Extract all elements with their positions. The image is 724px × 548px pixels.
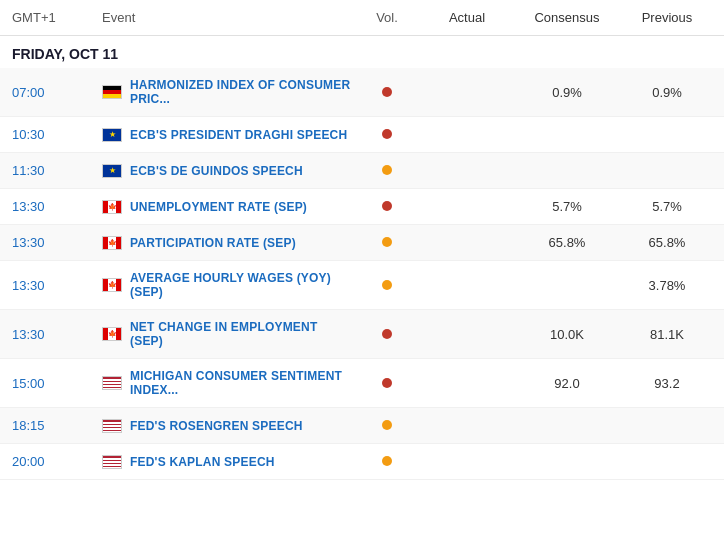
event-cell: FED'S KAPLAN SPEECH <box>102 455 352 469</box>
vol-cell <box>352 163 422 178</box>
flag-us <box>102 376 122 390</box>
flag-ca: 🍁 <box>102 278 122 292</box>
events-container: 07:00HARMONIZED INDEX OF CONSUMER PRIC..… <box>0 68 724 480</box>
table-row: 13:30🍁UNEMPLOYMENT RATE (SEP)5.7%5.7% <box>0 189 724 225</box>
event-name[interactable]: FED'S KAPLAN SPEECH <box>130 455 275 469</box>
event-name[interactable]: AVERAGE HOURLY WAGES (YOY) (SEP) <box>130 271 352 299</box>
event-time: 13:30 <box>12 327 102 342</box>
vol-dot <box>382 129 392 139</box>
vol-cell <box>352 235 422 250</box>
vol-dot <box>382 456 392 466</box>
vol-dot <box>382 420 392 430</box>
event-time: 10:30 <box>12 127 102 142</box>
consensus-cell: 0.9% <box>512 85 622 100</box>
event-time: 11:30 <box>12 163 102 178</box>
vol-dot <box>382 237 392 247</box>
vol-cell <box>352 418 422 433</box>
consensus-cell: 65.8% <box>512 235 622 250</box>
vol-cell <box>352 199 422 214</box>
table-row: 13:30🍁PARTICIPATION RATE (SEP)65.8%65.8% <box>0 225 724 261</box>
flag-us <box>102 455 122 469</box>
consensus-cell: 5.7% <box>512 199 622 214</box>
col-time-header: GMT+1 <box>12 10 102 25</box>
event-name[interactable]: NET CHANGE IN EMPLOYMENT (SEP) <box>130 320 352 348</box>
event-name[interactable]: FED'S ROSENGREN SPEECH <box>130 419 303 433</box>
event-cell: MICHIGAN CONSUMER SENTIMENT INDEX... <box>102 369 352 397</box>
previous-cell: 81.1K <box>622 327 712 342</box>
consensus-cell: 10.0K <box>512 327 622 342</box>
event-time: 13:30 <box>12 278 102 293</box>
event-time: 15:00 <box>12 376 102 391</box>
flag-ca: 🍁 <box>102 200 122 214</box>
event-name[interactable]: ECB'S PRESIDENT DRAGHI SPEECH <box>130 128 347 142</box>
event-cell: HARMONIZED INDEX OF CONSUMER PRIC... <box>102 78 352 106</box>
event-time: 07:00 <box>12 85 102 100</box>
vol-cell <box>352 454 422 469</box>
event-name[interactable]: UNEMPLOYMENT RATE (SEP) <box>130 200 307 214</box>
event-cell: ★ECB'S DE GUINDOS SPEECH <box>102 164 352 178</box>
table-row: 10:30★ECB'S PRESIDENT DRAGHI SPEECH <box>0 117 724 153</box>
vol-cell <box>352 376 422 391</box>
table-row: 18:15FED'S ROSENGREN SPEECH <box>0 408 724 444</box>
flag-eu: ★ <box>102 128 122 142</box>
vol-cell <box>352 327 422 342</box>
event-time: 13:30 <box>12 235 102 250</box>
previous-cell: 3.78% <box>622 278 712 293</box>
event-name[interactable]: ECB'S DE GUINDOS SPEECH <box>130 164 303 178</box>
event-cell: 🍁NET CHANGE IN EMPLOYMENT (SEP) <box>102 320 352 348</box>
table-row: 11:30★ECB'S DE GUINDOS SPEECH <box>0 153 724 189</box>
table-row: 15:00MICHIGAN CONSUMER SENTIMENT INDEX..… <box>0 359 724 408</box>
table-row: 13:30🍁NET CHANGE IN EMPLOYMENT (SEP)10.0… <box>0 310 724 359</box>
flag-ca: 🍁 <box>102 236 122 250</box>
event-cell: FED'S ROSENGREN SPEECH <box>102 419 352 433</box>
section-header: FRIDAY, OCT 11 <box>0 36 724 68</box>
flag-us <box>102 419 122 433</box>
event-time: 13:30 <box>12 199 102 214</box>
consensus-cell: 92.0 <box>512 376 622 391</box>
col-previous-header: Previous <box>622 10 712 25</box>
event-cell: 🍁AVERAGE HOURLY WAGES (YOY) (SEP) <box>102 271 352 299</box>
flag-de <box>102 85 122 99</box>
event-name[interactable]: MICHIGAN CONSUMER SENTIMENT INDEX... <box>130 369 352 397</box>
event-name[interactable]: PARTICIPATION RATE (SEP) <box>130 236 296 250</box>
previous-cell: 65.8% <box>622 235 712 250</box>
event-name[interactable]: HARMONIZED INDEX OF CONSUMER PRIC... <box>130 78 352 106</box>
vol-dot <box>382 378 392 388</box>
vol-dot <box>382 165 392 175</box>
event-cell: 🍁UNEMPLOYMENT RATE (SEP) <box>102 200 352 214</box>
vol-cell <box>352 278 422 293</box>
table-row: 13:30🍁AVERAGE HOURLY WAGES (YOY) (SEP)3.… <box>0 261 724 310</box>
col-actual-header: Actual <box>422 10 512 25</box>
header-row: GMT+1 Event Vol. Actual Consensus Previo… <box>0 0 724 36</box>
vol-dot <box>382 280 392 290</box>
col-event-header: Event <box>102 10 352 25</box>
flag-eu: ★ <box>102 164 122 178</box>
col-vol-header: Vol. <box>352 10 422 25</box>
table-row: 20:00FED'S KAPLAN SPEECH <box>0 444 724 480</box>
vol-cell <box>352 85 422 100</box>
table-row: 07:00HARMONIZED INDEX OF CONSUMER PRIC..… <box>0 68 724 117</box>
previous-cell: 0.9% <box>622 85 712 100</box>
event-time: 18:15 <box>12 418 102 433</box>
previous-cell: 5.7% <box>622 199 712 214</box>
previous-cell: 93.2 <box>622 376 712 391</box>
event-time: 20:00 <box>12 454 102 469</box>
event-cell: 🍁PARTICIPATION RATE (SEP) <box>102 236 352 250</box>
vol-dot <box>382 329 392 339</box>
vol-cell <box>352 127 422 142</box>
vol-dot <box>382 201 392 211</box>
col-consensus-header: Consensus <box>512 10 622 25</box>
flag-ca: 🍁 <box>102 327 122 341</box>
event-cell: ★ECB'S PRESIDENT DRAGHI SPEECH <box>102 128 352 142</box>
vol-dot <box>382 87 392 97</box>
